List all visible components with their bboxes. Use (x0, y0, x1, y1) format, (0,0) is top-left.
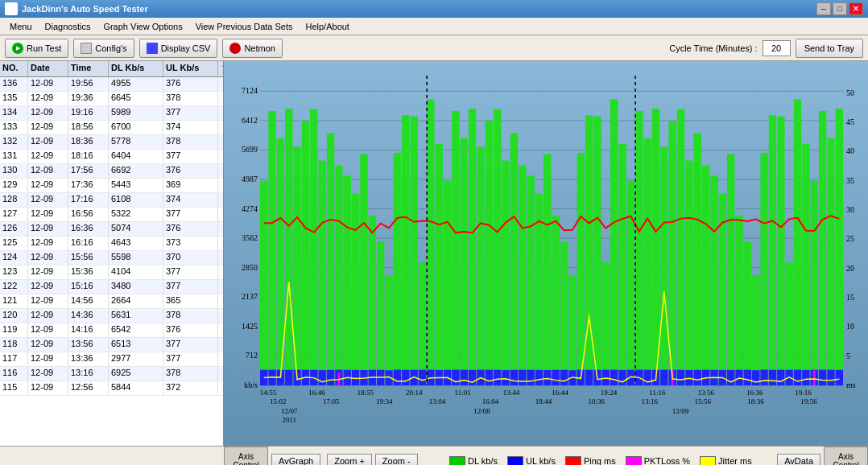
table-cell: 374 (163, 193, 218, 207)
legend-label: Jitter ms (718, 456, 752, 466)
legend-area: DL kb/sUL kb/sPing msPKTLoss %Jitter ms (424, 456, 777, 466)
table-cell: 4104 (109, 265, 163, 279)
table-cell: 125 (0, 237, 28, 250)
legend-color-box (626, 456, 642, 466)
netmon-icon (229, 43, 241, 54)
avdata-button[interactable]: AvData (777, 454, 820, 466)
table-cell: 378 (163, 92, 218, 105)
table-row[interactable]: 12012-0914:365631378 (0, 309, 223, 323)
configs-button[interactable]: Config's (73, 39, 134, 58)
table-cell: 123 (0, 265, 28, 279)
table-cell: 5074 (109, 222, 163, 236)
table-cell: 14:56 (68, 294, 109, 308)
table-cell: 12-09 (28, 237, 68, 250)
toolbar: Run Test Config's Display CSV Netmon Cyc… (0, 35, 868, 61)
table-cell: 369 (163, 179, 218, 192)
legend-label: PKTLoss % (644, 456, 690, 466)
table-row[interactable]: 12912-0917:365443369 (0, 179, 223, 193)
col-header-scroll: ▼ (218, 61, 224, 76)
main-content: NO. Date Time DL Kb/s UL Kb/s ▼ 13612-09… (0, 61, 868, 446)
table-row[interactable]: 13612-0919:564955376 (0, 77, 223, 92)
close-button[interactable]: ✕ (849, 2, 863, 15)
netmon-label: Netmon (244, 43, 275, 53)
table-row[interactable]: 12512-0916:164643373 (0, 237, 223, 251)
table-row[interactable]: 13212-0918:365778378 (0, 135, 223, 150)
table-cell: 377 (163, 208, 218, 221)
app-title: JackDinn's Auto Speed Tester (22, 4, 148, 14)
table-cell: 374 (163, 121, 218, 134)
table-row[interactable]: 13112-0918:166404377 (0, 150, 223, 164)
netmon-button[interactable]: Netmon (222, 39, 283, 58)
table-cell: 19:16 (68, 106, 109, 120)
table-cell: 12-09 (28, 338, 68, 352)
zoom-controls: Zoom + Zoom - (327, 454, 417, 466)
table-cell: 15:56 (68, 251, 109, 265)
table-row[interactable]: 13012-0917:566692376 (0, 164, 223, 179)
cycle-time-input[interactable] (763, 40, 791, 56)
avgraph-button[interactable]: AvGraph (271, 454, 320, 466)
table-row[interactable]: 12712-0916:565322377 (0, 208, 223, 222)
csv-icon (147, 43, 158, 54)
table-cell: 12-09 (28, 251, 68, 265)
configs-label: Config's (95, 43, 126, 53)
table-cell: 120 (0, 309, 28, 323)
table-body[interactable]: 13612-0919:56495537613512-0919:366645378… (0, 77, 223, 446)
table-row[interactable]: 12212-0915:163480377 (0, 280, 223, 294)
table-cell: 135 (0, 92, 28, 105)
table-cell: 126 (0, 222, 28, 236)
maximize-button[interactable]: □ (833, 2, 847, 15)
graph-canvas (224, 61, 868, 446)
zoom-in-button[interactable]: Zoom + (327, 454, 372, 466)
table-row[interactable]: 12412-0915:565598370 (0, 251, 223, 265)
table-row[interactable]: 11912-0914:166542376 (0, 323, 223, 338)
table-row[interactable]: 13312-0918:566700374 (0, 121, 223, 135)
table-row[interactable]: 12112-0914:562664365 (0, 294, 223, 309)
table-cell: 115 (0, 381, 28, 395)
table-cell: 6925 (109, 367, 163, 381)
table-cell: 14:36 (68, 309, 109, 323)
send-to-tray-button[interactable]: Send to Tray (796, 39, 863, 58)
menu-item-graph-view[interactable]: Graph View Options (97, 20, 188, 33)
table-cell: 12:56 (68, 381, 109, 395)
table-row[interactable]: 11812-0913:566513377 (0, 338, 223, 352)
table-cell: 4955 (109, 77, 163, 91)
table-cell: 12-09 (28, 92, 68, 105)
table-cell: 376 (163, 222, 218, 236)
title-bar: JackDinn's Auto Speed Tester ─ □ ✕ (0, 0, 868, 18)
table-cell: 18:36 (68, 135, 109, 149)
display-csv-button[interactable]: Display CSV (139, 39, 218, 58)
table-cell: 119 (0, 323, 28, 337)
table-cell: 378 (163, 309, 218, 323)
table-cell: 6542 (109, 323, 163, 337)
axis-control-left[interactable]: AxisControl (224, 446, 268, 466)
table-cell: 129 (0, 179, 28, 192)
table-cell: 12-09 (28, 265, 68, 279)
table-cell: 378 (163, 367, 218, 381)
table-row[interactable]: 13512-0919:366645378 (0, 92, 223, 106)
table-cell: 132 (0, 135, 28, 149)
zoom-out-button[interactable]: Zoom - (375, 454, 418, 466)
menu-item-diagnostics[interactable]: Diagnostics (39, 20, 97, 33)
axis-control-right[interactable]: AxisControl (824, 446, 868, 466)
table-cell: 377 (163, 150, 218, 163)
menu-item-previous-data[interactable]: View Previous Data Sets (189, 20, 300, 33)
run-test-button[interactable]: Run Test (5, 39, 68, 58)
table-cell: 6513 (109, 338, 163, 352)
table-row[interactable]: 13412-0919:165989377 (0, 106, 223, 121)
table-cell: 12-09 (28, 179, 68, 192)
table-row[interactable]: 11512-0912:565844372 (0, 381, 223, 396)
table-row[interactable]: 12312-0915:364104377 (0, 265, 223, 280)
menu-item-help[interactable]: Help/About (300, 20, 356, 33)
table-cell: 15:16 (68, 280, 109, 294)
table-row[interactable]: 11712-0913:362977377 (0, 352, 223, 367)
table-row[interactable]: 11612-0913:166925378 (0, 367, 223, 381)
table-row[interactable]: 12612-0916:365074376 (0, 222, 223, 237)
table-row[interactable]: 12812-0917:166108374 (0, 193, 223, 208)
table-cell: 5989 (109, 106, 163, 120)
table-cell: 121 (0, 294, 28, 308)
menu-item-menu[interactable]: Menu (3, 20, 39, 33)
legend-color-box (449, 456, 465, 466)
table-cell: 116 (0, 367, 28, 381)
table-cell: 17:36 (68, 179, 109, 192)
minimize-button[interactable]: ─ (816, 2, 831, 15)
